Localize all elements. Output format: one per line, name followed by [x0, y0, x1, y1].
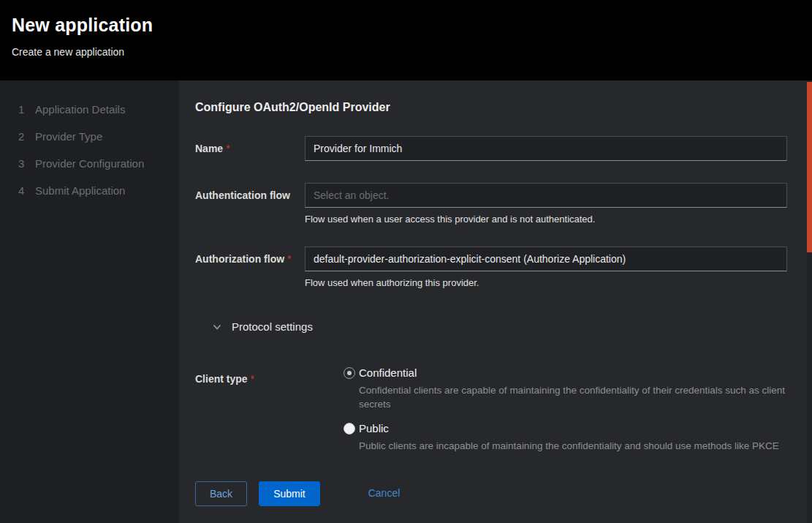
content-heading: Configure OAuth2/OpenId Provider	[195, 101, 787, 114]
step-label: Application Details	[35, 103, 125, 116]
form-row-authentication-flow: Authentication flow Flow used when a use…	[195, 183, 787, 225]
form-scroll-area: Configure OAuth2/OpenId Provider Name* A…	[179, 80, 807, 464]
name-control	[305, 136, 787, 161]
authentication-flow-help: Flow used when a user access this provid…	[305, 214, 787, 225]
step-label: Submit Application	[35, 184, 125, 197]
page-title: New application	[12, 15, 794, 36]
authorization-flow-help: Flow used when authorizing this provider…	[305, 277, 787, 288]
form-row-client-type: Client type* Confidential Confidential c…	[195, 366, 787, 464]
authorization-flow-control: Flow used when authorizing this provider…	[305, 247, 787, 288]
radio-checked-icon	[344, 367, 355, 379]
confidential-description: Confidential clients are capable of main…	[359, 383, 787, 411]
radio-unchecked-icon	[344, 423, 355, 434]
wizard-steps-sidebar: 1 Application Details 2 Provider Type 3 …	[0, 80, 179, 523]
authentication-flow-select[interactable]	[305, 183, 787, 208]
back-button[interactable]: Back	[195, 481, 247, 506]
name-input[interactable]	[305, 136, 787, 161]
authentication-flow-control: Flow used when a user access this provid…	[305, 183, 787, 225]
chevron-down-icon	[213, 323, 221, 331]
step-number: 1	[18, 103, 35, 116]
client-type-option-confidential[interactable]: Confidential	[344, 366, 787, 379]
public-description: Public clients are incapable of maintain…	[359, 439, 787, 453]
wizard-step-provider-type[interactable]: 2 Provider Type	[0, 123, 179, 150]
name-label: Name*	[195, 136, 305, 161]
authentication-flow-label: Authentication flow	[195, 183, 305, 225]
protocol-settings-label: Protocol settings	[232, 320, 313, 333]
name-label-text: Name	[195, 143, 223, 154]
authorization-flow-select[interactable]	[305, 247, 787, 271]
required-asterisk: *	[251, 373, 254, 385]
step-number: 2	[18, 130, 35, 143]
step-label: Provider Type	[35, 130, 102, 143]
scrollbar-thumb[interactable]	[807, 82, 812, 252]
authentication-flow-label-text: Authentication flow	[195, 189, 290, 201]
step-number: 3	[18, 157, 35, 170]
protocol-settings-toggle[interactable]: Protocol settings	[195, 320, 787, 333]
wizard-content: Configure OAuth2/OpenId Provider Name* A…	[179, 80, 812, 523]
step-number: 4	[18, 184, 35, 197]
new-application-wizard: New application Create a new application…	[0, 0, 812, 523]
client-type-option-public[interactable]: Public	[344, 422, 787, 434]
client-type-label: Client type*	[195, 366, 305, 464]
page-subtitle: Create a new application	[12, 46, 794, 58]
submit-button[interactable]: Submit	[259, 481, 320, 506]
wizard-step-provider-configuration[interactable]: 3 Provider Configuration	[0, 150, 179, 177]
radio-label: Confidential	[359, 366, 417, 379]
wizard-footer: Back Submit Cancel	[179, 464, 807, 523]
vertical-scrollbar[interactable]	[807, 80, 812, 523]
client-type-radio-group: Confidential Confidential clients are ca…	[305, 366, 787, 464]
authorization-flow-label: Authorization flow*	[195, 247, 305, 288]
wizard-step-submit-application[interactable]: 4 Submit Application	[0, 177, 179, 204]
authorization-flow-label-text: Authorization flow	[195, 253, 284, 265]
wizard-header: New application Create a new application	[0, 0, 812, 80]
cancel-button[interactable]: Cancel	[357, 481, 412, 505]
wizard-step-application-details[interactable]: 1 Application Details	[0, 96, 179, 123]
form-row-name: Name*	[195, 136, 787, 161]
form-row-authorization-flow: Authorization flow* Flow used when autho…	[195, 247, 787, 288]
radio-label: Public	[359, 422, 389, 434]
required-asterisk: *	[287, 253, 291, 265]
client-type-label-text: Client type	[195, 373, 248, 385]
step-label: Provider Configuration	[35, 157, 144, 170]
required-asterisk: *	[226, 143, 229, 154]
